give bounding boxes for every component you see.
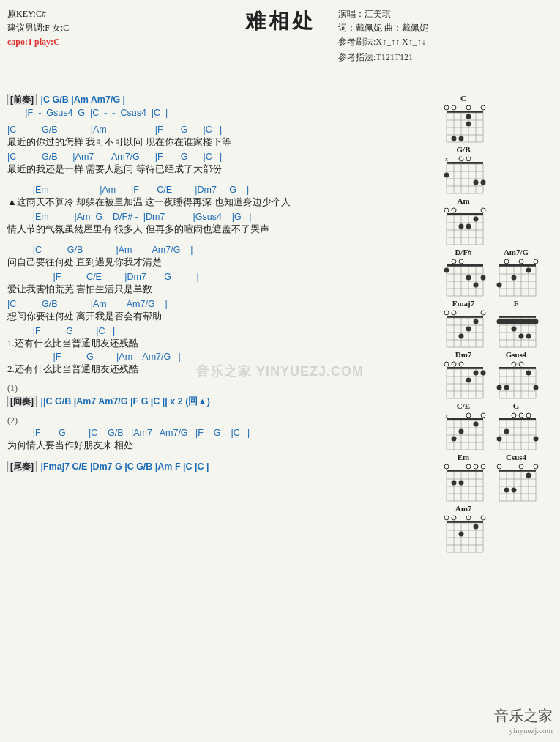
svg-point-195 <box>512 413 516 418</box>
capo-info: capo:1 play:C <box>7 35 69 49</box>
score-line-31: [尾奏] |Fmaj7 C/E |Dm7 G |C G/B |Am F |C |… <box>7 461 432 473</box>
svg-point-15 <box>481 105 485 110</box>
svg-point-104 <box>444 311 449 315</box>
meta-left: 原KEY:C# 建议男调:F 女:C capo:1 play:C <box>7 7 69 50</box>
svg-point-18 <box>466 114 471 119</box>
svg-point-89 <box>497 283 502 288</box>
score-line-9: ▲这雨天不算冷 却躲在被里加温 这一夜睡得再深 也知道身边少个人 <box>7 196 432 209</box>
svg-point-128 <box>534 319 539 324</box>
chord-Csus4: Csus4 <box>492 453 540 504</box>
chord-Gsus4: Gsus4 <box>492 350 540 401</box>
svg-point-213 <box>444 464 449 469</box>
svg-point-123 <box>497 319 502 324</box>
score-line-0: [前奏] |C G/B |Am Am7/G | <box>7 94 432 106</box>
singer: 演唱：江美琪 <box>338 7 428 21</box>
svg-point-127 <box>526 334 531 339</box>
svg-point-141 <box>444 362 449 366</box>
chord-D_Fsharp: D/F# <box>439 248 488 299</box>
blank-line <box>7 179 432 185</box>
score-line-14: 问自己要往何处 直到遇见你我才清楚 <box>7 256 432 269</box>
score-line-19: |F G |C | <box>7 326 432 336</box>
svg-point-124 <box>504 319 509 324</box>
svg-rect-56 <box>447 264 483 267</box>
svg-rect-165 <box>447 418 483 420</box>
chord-name-Csus4: Csus4 <box>506 453 526 461</box>
svg-point-214 <box>466 464 471 469</box>
blank-line <box>7 377 432 383</box>
score-area: [前奏] |C G/B |Am Am7/G | |F - Gsus4 G |C … <box>7 94 439 555</box>
svg-point-160 <box>519 362 523 366</box>
score-line-20: 1.还有什么比当普通朋友还残酷 <box>7 337 432 350</box>
svg-point-215 <box>474 464 478 469</box>
meta-right: 演唱：江美琪 词：戴佩妮 曲：戴佩妮 参考刷法:X↑_↑↑ X↑_↑↓ 参考指法… <box>338 7 428 65</box>
chord-svg-Am <box>439 207 488 248</box>
svg-point-109 <box>474 319 479 324</box>
svg-point-19 <box>466 122 471 127</box>
chord-Fmaj7: Fmaj7 <box>439 299 488 350</box>
score-chord-container: [前奏] |C G/B |Am Am7/G | |F - Gsus4 G |C … <box>7 94 553 555</box>
title-area: 难相处 <box>7 7 553 35</box>
svg-point-107 <box>459 334 464 339</box>
score-line-17: |C G/B |Am Am7/G | <box>7 299 432 309</box>
section-content: |Fmaj7 C/E |Dm7 G |C G/B |Am F |C |C | <box>38 461 209 472</box>
svg-point-216 <box>481 464 485 469</box>
chord-svg-Am7 <box>439 514 488 555</box>
section-content: |C G/B |Am Am7/G | <box>38 94 125 105</box>
chord-name-Am: Am <box>457 196 469 205</box>
chord-svg-Dm7 <box>439 360 488 401</box>
chord-name-Am7_G: Am7/G <box>504 248 529 256</box>
chord-row: C/ExG <box>439 401 553 453</box>
song-title: 难相处 <box>7 7 553 35</box>
chord-row: C <box>439 94 553 145</box>
svg-point-91 <box>526 268 531 273</box>
chord-svg-F <box>492 309 540 350</box>
chord-F: F <box>492 299 540 350</box>
svg-point-106 <box>481 311 485 315</box>
footer-en: yinyuezj.com <box>494 726 553 735</box>
svg-rect-110 <box>499 316 536 318</box>
svg-point-235 <box>512 488 517 493</box>
svg-point-145 <box>474 371 479 376</box>
score-line-5: |C G/B |Am7 Am7/G |F G |C | <box>7 152 432 162</box>
chord-Am7: Am7 <box>439 504 488 555</box>
blank-line <box>7 239 432 245</box>
svg-rect-38 <box>447 213 483 215</box>
svg-point-251 <box>466 516 471 520</box>
svg-point-178 <box>466 413 471 418</box>
chord-svg-Em <box>439 463 488 504</box>
score-line-29: 为何情人要当作好朋友来 相处 <box>7 439 432 452</box>
footer-cn: 音乐之家 <box>494 706 553 726</box>
chord-row: G/Bx <box>439 145 553 196</box>
svg-point-108 <box>466 327 471 332</box>
chord-Am: Am <box>439 196 488 248</box>
svg-rect-20 <box>447 162 483 164</box>
blank-line <box>7 119 432 125</box>
svg-point-55 <box>474 217 479 222</box>
svg-point-34 <box>466 157 471 161</box>
svg-point-233 <box>534 464 538 469</box>
svg-point-50 <box>444 208 449 212</box>
chord-name-C_E: C/E <box>457 401 470 410</box>
svg-point-12 <box>444 105 449 110</box>
chord-name-G: G <box>513 401 520 410</box>
chord-C: C <box>439 94 488 145</box>
svg-text:x: x <box>445 156 448 163</box>
chord-Em: Em <box>439 453 488 504</box>
svg-point-33 <box>459 157 463 161</box>
score-line-24: (1) <box>7 383 432 394</box>
svg-point-35 <box>444 173 449 178</box>
svg-point-162 <box>504 385 509 390</box>
svg-rect-183 <box>499 418 536 420</box>
chord-row: Dm7Gsus4 <box>439 350 553 401</box>
chord-svg-D_F# <box>439 258 488 299</box>
svg-point-69 <box>459 259 463 264</box>
chord-row: EmCsus4 <box>439 453 553 504</box>
score-line-21: |F G |Am Am7/G | <box>7 352 432 362</box>
chord-Am7_G: Am7/G <box>492 248 540 299</box>
svg-point-196 <box>519 413 523 418</box>
chord-G_B: G/Bx <box>439 145 488 196</box>
section-bracket: [前奏] <box>7 94 37 105</box>
chord-name-C: C <box>460 94 466 103</box>
svg-point-126 <box>519 334 524 339</box>
svg-point-164 <box>534 385 539 390</box>
